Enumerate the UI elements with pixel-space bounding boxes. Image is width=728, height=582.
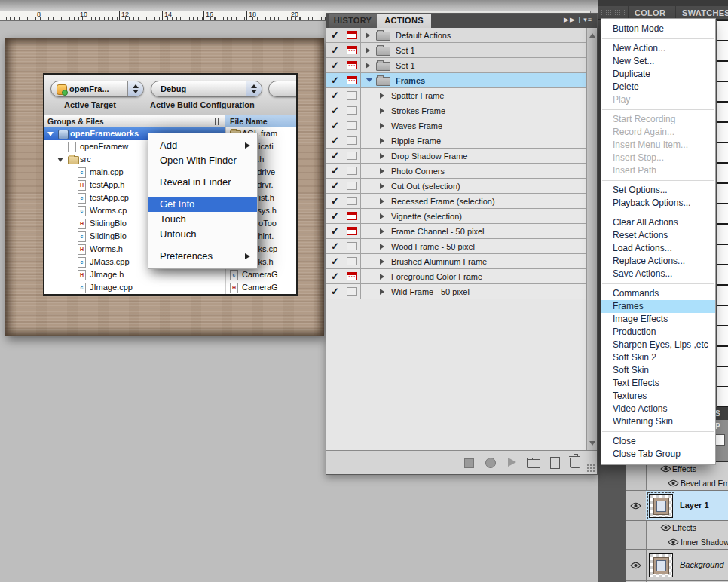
modal-dialog-toggle-on[interactable] xyxy=(347,61,357,69)
file-name-header[interactable]: File Name xyxy=(225,115,296,127)
item-check-toggle[interactable]: ✓ xyxy=(331,240,339,252)
modal-dialog-toggle-on[interactable] xyxy=(347,227,357,235)
modal-dialog-toggle-off[interactable] xyxy=(347,182,357,190)
flyout-item-load-actions-[interactable]: Load Actions... xyxy=(601,242,715,255)
modal-dialog-toggle-off[interactable] xyxy=(347,136,357,145)
expand-triangle-icon[interactable] xyxy=(380,198,384,204)
expand-triangle-icon[interactable] xyxy=(380,228,384,234)
column-splitter-icon[interactable] xyxy=(215,118,222,125)
item-check-toggle[interactable]: ✓ xyxy=(331,105,339,116)
context-menu-item-reveal-in-finder[interactable]: Reveal in Finder xyxy=(148,175,257,190)
modal-dialog-toggle-on[interactable] xyxy=(347,31,357,39)
modal-dialog-toggle-off[interactable] xyxy=(347,121,357,130)
build-configuration-dropdown[interactable]: Debug xyxy=(151,81,262,97)
flyout-item-soft-skin-2[interactable]: Soft Skin 2 xyxy=(601,351,715,364)
expand-triangle-icon[interactable] xyxy=(366,32,370,38)
expand-triangle-icon[interactable] xyxy=(380,168,384,174)
modal-dialog-toggle-off[interactable] xyxy=(347,257,357,265)
actions-row-drop-shadow-frame[interactable]: ✓Drop Shadow Frame xyxy=(326,149,586,164)
modal-dialog-toggle-off[interactable] xyxy=(347,197,357,205)
flyout-item-textures[interactable]: Textures xyxy=(601,390,715,403)
actions-scrollbar[interactable] xyxy=(586,28,597,451)
flyout-item-sharpen-eyes-lips-etc[interactable]: Sharpen Eyes, Lips ,etc xyxy=(601,338,715,351)
flyout-item-frames[interactable]: Frames xyxy=(601,300,715,313)
flyout-item-duplicate[interactable]: Duplicate xyxy=(601,68,715,81)
layers-row-effects[interactable]: Effects xyxy=(626,521,728,535)
actions-row-photo-corners[interactable]: ✓Photo Corners xyxy=(326,164,586,179)
item-check-toggle[interactable]: ✓ xyxy=(331,135,339,146)
modal-dialog-toggle-off[interactable] xyxy=(347,91,357,100)
item-check-toggle[interactable]: ✓ xyxy=(331,271,339,282)
item-check-toggle[interactable]: ✓ xyxy=(331,165,339,176)
context-menu-item-preferences[interactable]: Preferences xyxy=(148,249,257,264)
actions-row-waves-frame[interactable]: ✓Waves Frame xyxy=(326,118,586,133)
context-menu-item-open-with-finder[interactable]: Open With Finder xyxy=(148,153,257,168)
actions-row-vignette-selection-[interactable]: ✓Vignette (selection) xyxy=(326,209,586,224)
modal-dialog-toggle-off[interactable] xyxy=(347,106,357,115)
context-menu-item-add[interactable]: Add xyxy=(148,138,257,153)
visibility-eye-icon[interactable] xyxy=(668,479,679,489)
disclosure-triangle-icon[interactable] xyxy=(57,158,63,162)
actions-row-foreground-color-frame[interactable]: ✓Foreground Color Frame xyxy=(326,269,586,284)
stepper-control[interactable] xyxy=(246,81,262,96)
actions-row-frame-channel-50-pixel[interactable]: ✓Frame Channel - 50 pixel xyxy=(326,224,586,239)
layer-thumbnail[interactable] xyxy=(649,553,673,577)
panel-collapse-and-menu-icons[interactable]: ▶▶ | ▾≡ xyxy=(564,16,592,23)
stop-playing-button[interactable] xyxy=(464,458,474,468)
flyout-item-new-action-[interactable]: New Action... xyxy=(601,42,715,55)
expand-triangle-icon[interactable] xyxy=(380,108,384,114)
groups-files-header[interactable]: Groups & Files xyxy=(44,115,225,127)
delete-button[interactable] xyxy=(570,458,580,468)
layers-row-layer-1[interactable]: Layer 1 xyxy=(626,491,728,521)
new-action-button[interactable] xyxy=(550,457,560,469)
panel-resize-grip[interactable] xyxy=(586,464,596,473)
flyout-item-button-mode[interactable]: Button Mode xyxy=(601,23,715,35)
item-check-toggle[interactable]: ✓ xyxy=(331,150,339,161)
modal-dialog-toggle-off[interactable] xyxy=(347,287,357,296)
file-list-row[interactable]: HCameraG xyxy=(225,281,296,294)
flyout-item-clear-all-actions[interactable]: Clear All Actions xyxy=(601,216,715,229)
modal-dialog-toggle-off[interactable] xyxy=(347,167,357,175)
file-list-row[interactable]: cCameraG xyxy=(225,268,296,281)
visibility-eye-icon[interactable] xyxy=(660,465,671,474)
layer-thumbnail[interactable] xyxy=(649,494,673,518)
flyout-item-set-options-[interactable]: Set Options... xyxy=(601,184,715,197)
actions-row-set-1[interactable]: ✓Set 1 xyxy=(326,43,586,58)
flyout-item-text-effects[interactable]: Text Effects xyxy=(601,377,715,390)
item-check-toggle[interactable]: ✓ xyxy=(331,60,339,71)
visibility-eye-icon[interactable] xyxy=(630,562,641,571)
flyout-item-soft-skin[interactable]: Soft Skin xyxy=(601,364,715,377)
scroll-down-icon[interactable] xyxy=(589,441,595,446)
canvas-image-wood-frame[interactable]: openFra... Debug Active Target Active Bu… xyxy=(5,38,324,336)
tree-row[interactable]: HJImage.h xyxy=(44,268,225,281)
actions-row-cut-out-selection-[interactable]: ✓Cut Out (selection) xyxy=(326,179,586,194)
expand-triangle-icon[interactable] xyxy=(380,289,384,295)
layers-row-inner-shadow[interactable]: Inner Shadow xyxy=(626,535,728,550)
expand-triangle-icon[interactable] xyxy=(366,63,370,69)
expand-triangle-icon[interactable] xyxy=(380,93,384,99)
flyout-item-new-set-[interactable]: New Set... xyxy=(601,55,715,68)
modal-dialog-toggle-on[interactable] xyxy=(347,46,357,54)
expand-triangle-open-icon[interactable] xyxy=(366,78,373,82)
flyout-item-whitening-skin[interactable]: Whitening Skin xyxy=(601,415,715,428)
expand-triangle-icon[interactable] xyxy=(380,213,384,219)
disclosure-triangle-icon[interactable] xyxy=(47,132,54,136)
item-check-toggle[interactable]: ✓ xyxy=(331,75,339,86)
layers-row-background[interactable]: Background xyxy=(626,550,728,581)
expand-triangle-icon[interactable] xyxy=(366,47,370,54)
actions-row-recessed-frame-selection-[interactable]: ✓Recessed Frame (selection) xyxy=(326,194,586,209)
item-check-toggle[interactable]: ✓ xyxy=(331,180,339,191)
expand-triangle-icon[interactable] xyxy=(380,153,384,159)
actions-row-frames[interactable]: ✓Frames xyxy=(326,73,586,88)
flyout-item-delete[interactable]: Delete xyxy=(601,81,715,93)
expand-triangle-icon[interactable] xyxy=(380,274,384,280)
context-menu-item-get-info[interactable]: Get Info xyxy=(148,197,257,212)
begin-recording-button[interactable] xyxy=(485,458,496,468)
stepper-control[interactable] xyxy=(127,81,143,96)
item-check-toggle[interactable]: ✓ xyxy=(331,120,339,131)
active-target-dropdown[interactable]: openFra... xyxy=(50,81,144,97)
tab-actions[interactable]: ACTIONS xyxy=(377,14,431,28)
visibility-eye-icon[interactable] xyxy=(668,538,679,547)
flyout-item-production[interactable]: Production xyxy=(601,326,715,338)
tab-history[interactable]: HISTORY xyxy=(329,14,378,28)
